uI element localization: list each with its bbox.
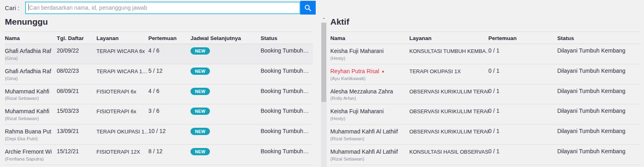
patient-name: Muhammad Kahfi Al Lathiif xyxy=(330,148,398,155)
table-row[interactable]: Muhammad Kahfi Al Lathiif (Rizal Setiawa… xyxy=(330,125,641,145)
column-header-nama: Nama xyxy=(5,35,57,41)
new-badge[interactable]: NEW xyxy=(190,108,210,115)
caregiver-name: (Hesty) xyxy=(330,116,409,122)
patient-name: Ghafi Arfadhia Raf xyxy=(5,68,51,74)
status-text: Dilayani Tumbuh Kembang xyxy=(557,104,641,124)
active-panel: Aktif Nama Layanan Pertemuan Status Keis… xyxy=(330,17,641,165)
search-bar: Cari : xyxy=(5,1,316,15)
column-header-layanan: Layanan xyxy=(409,35,488,41)
search-input-wrap xyxy=(25,1,316,15)
waiting-panel-title: Menunggu xyxy=(5,17,313,27)
register-date: 20/09/22 xyxy=(57,44,96,64)
new-badge[interactable]: NEW xyxy=(190,148,210,155)
patient-name: Muhammad Kahfi xyxy=(5,88,49,94)
caregiver-name: (Rizal Setiawan) xyxy=(330,156,409,162)
status-text: Dilayani Tumbuh Kembang xyxy=(557,125,641,144)
table-row[interactable]: Muhammad Kahfi (Rizal Setiawan) 15/03/23… xyxy=(5,104,313,125)
active-table-body: Keisha Fuji Maharani (Hesty) KONSULTASI … xyxy=(330,44,641,165)
new-badge[interactable]: NEW xyxy=(190,88,210,95)
meetings-count: 4 / 6 xyxy=(148,85,190,104)
table-row[interactable]: Ghafi Arfadhia Raf (Gina) 08/02/23 TERAP… xyxy=(5,64,313,85)
patient-name-cell: Keisha Fuji Maharani (Hesty) xyxy=(330,104,409,124)
register-date: 15/12/21 xyxy=(57,145,96,165)
caregiver-name: (Rolly Arfan) xyxy=(330,95,409,101)
next-schedule-cell: NEW xyxy=(190,104,261,124)
patient-name: Ghafi Arfadhia Raf xyxy=(5,48,51,54)
scroll-up-icon[interactable]: ⌃ xyxy=(321,17,327,23)
column-header-pertemuan: Pertemuan xyxy=(148,35,190,41)
waiting-table-body: Ghafi Arfadhia Raf (Gina) 20/09/22 TERAP… xyxy=(5,44,313,165)
patient-name-cell: Reyhan Putra Risal▲ (Ayu Kartikawati) xyxy=(330,64,409,84)
status-text: Booking Tumbuh… xyxy=(261,104,313,124)
table-row[interactable]: Rahma Buana Put (Depi Eka Putri) 13/09/2… xyxy=(5,125,313,145)
patient-name: Keisha Fuji Maharani xyxy=(330,108,384,114)
patient-name-cell: Alesha Mezzaluna Zahra (Rolly Arfan) xyxy=(330,85,409,104)
table-row[interactable]: Ghafi Arfadhia Raf (Gina) 20/09/22 TERAP… xyxy=(5,44,313,64)
search-icon xyxy=(304,4,311,11)
waiting-panel: Menunggu Nama Tgl. Daftar Layanan Pertem… xyxy=(5,17,313,165)
patient-name: Rahma Buana Put xyxy=(5,128,51,135)
caregiver-name: (Gina) xyxy=(5,76,57,82)
table-row[interactable]: Alesha Mezzaluna Zahra (Rolly Arfan) OBS… xyxy=(330,85,641,105)
column-header-pertemuan: Pertemuan xyxy=(488,35,557,41)
meetings-count: 5 / 12 xyxy=(148,64,190,84)
patient-name: Muhammad Kahfi Al Lathiif xyxy=(330,128,398,135)
search-button[interactable] xyxy=(300,1,316,15)
meetings-count: 4 / 6 xyxy=(148,44,190,64)
status-text: Booking Tumbuh… xyxy=(261,145,313,165)
scrollbar[interactable]: ⌃ xyxy=(321,17,327,167)
active-panel-title: Aktif xyxy=(330,17,641,27)
caregiver-name: (Gina) xyxy=(5,55,57,61)
patient-name: Alesha Mezzaluna Zahra xyxy=(330,88,393,94)
caregiver-name: (Rizal Setiawan) xyxy=(5,95,57,101)
service-name: OBSERVASI KURIKULUM TERAPI xyxy=(409,125,488,144)
patient-name-cell: Muhammad Kahfi (Rizal Setiawan) xyxy=(5,104,57,124)
table-row[interactable]: Archie Fremont Wi (Fenfiana Saputra) 15/… xyxy=(5,145,313,165)
status-text: Dilayani Tumbuh Kembang xyxy=(557,44,641,64)
next-schedule-cell: NEW xyxy=(190,125,261,144)
service-name: KONSULTASI TUMBUH KEMBA… xyxy=(409,44,488,64)
patient-name-cell: Archie Fremont Wi (Fenfiana Saputra) xyxy=(5,145,57,165)
meetings-count: 0 / 1 xyxy=(488,64,557,84)
meetings-count: 0 / 1 xyxy=(488,145,557,165)
service-name: FISIOTERAPI 12X xyxy=(96,145,148,165)
text-caret xyxy=(28,4,29,11)
patient-name-cell: Muhammad Kahfi (Rizal Setiawan) xyxy=(5,85,57,104)
scrollbar-track[interactable] xyxy=(321,23,327,167)
caregiver-name: (Rizal Setiawan) xyxy=(330,136,409,142)
next-schedule-cell: NEW xyxy=(190,64,261,84)
table-row[interactable]: Reyhan Putra Risal▲ (Ayu Kartikawati) TE… xyxy=(330,64,641,85)
meetings-count: 3 / 6 xyxy=(148,104,190,124)
table-row[interactable]: Keisha Fuji Maharani (Hesty) KONSULTASI … xyxy=(330,44,641,64)
new-badge[interactable]: NEW xyxy=(190,47,210,55)
status-text: Dilayani Tumbuh Kembang xyxy=(557,64,641,84)
register-date: 13/09/21 xyxy=(57,125,96,144)
status-text: Dilayani Tumbuh Kembang xyxy=(557,85,641,104)
meetings-count: 8 / 12 xyxy=(148,145,190,165)
column-header-status: Status xyxy=(557,35,641,41)
table-row[interactable]: Muhammad Kahfi Al Lathiif (Rizal Setiawa… xyxy=(330,145,641,165)
meetings-count: 10 / 12 xyxy=(148,125,190,144)
scrollbar-thumb[interactable] xyxy=(321,23,326,102)
new-badge[interactable]: NEW xyxy=(190,68,210,75)
status-text: Booking Tumbuh… xyxy=(261,85,313,104)
table-row[interactable]: Muhammad Kahfi (Rizal Setiawan) 08/09/21… xyxy=(5,85,313,105)
patient-name: Muhammad Kahfi xyxy=(5,108,49,114)
patient-name-cell: Rahma Buana Put (Depi Eka Putri) xyxy=(5,125,57,144)
status-text: Booking Tumbuh… xyxy=(261,64,313,84)
service-name: TERAPI OKUPASI 1… xyxy=(96,125,148,144)
new-badge[interactable]: NEW xyxy=(190,128,210,135)
search-input[interactable] xyxy=(25,2,300,14)
status-text: Dilayani Tumbuh Kembang xyxy=(557,145,641,165)
patient-name-cell: Muhammad Kahfi Al Lathiif (Rizal Setiawa… xyxy=(330,125,409,144)
table-row[interactable]: Keisha Fuji Maharani (Hesty) OBSERVASI K… xyxy=(330,104,641,125)
column-header-nama: Nama xyxy=(330,35,409,41)
status-text: Booking Tumbuh… xyxy=(261,44,313,64)
next-schedule-cell: NEW xyxy=(190,85,261,104)
register-date: 08/09/21 xyxy=(57,85,96,104)
column-header-tgl-daftar: Tgl. Daftar xyxy=(57,35,96,41)
register-date: 15/03/23 xyxy=(57,104,96,124)
status-text: Booking Tumbuh… xyxy=(261,125,313,144)
next-schedule-cell: NEW xyxy=(190,44,261,64)
column-header-layanan: Layanan xyxy=(96,35,148,41)
